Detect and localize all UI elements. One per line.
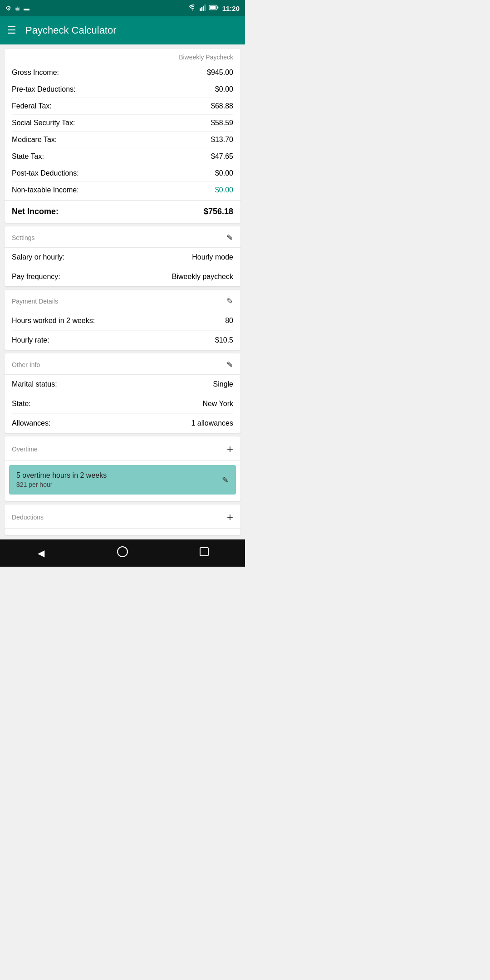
payment-details-rows: Hours worked in 2 weeks: 80 Hourly rate:… <box>5 311 240 350</box>
nontaxable-income-value: $0.00 <box>215 186 233 194</box>
hours-worked-value: 80 <box>225 317 233 325</box>
social-security-label: Social Security Tax: <box>12 119 75 127</box>
app-title: Paycheck Calculator <box>25 24 117 36</box>
state-tax-row: State Tax: $47.65 <box>12 148 233 165</box>
medicare-tax-label: Medicare Tax: <box>12 136 57 144</box>
hourly-rate-value: $10.5 <box>215 336 233 344</box>
svg-rect-2 <box>201 7 202 10</box>
recents-icon <box>199 547 209 559</box>
overtime-item-details: 5 overtime hours in 2 weeks $21 per hour <box>16 471 107 488</box>
settings-rows: Salary or hourly: Hourly mode Pay freque… <box>5 248 240 286</box>
payment-details-title: Payment Details <box>12 298 58 305</box>
svg-rect-4 <box>204 5 206 11</box>
posttax-deductions-label: Post-tax Deductions: <box>12 169 79 177</box>
circle-status-icon: ◉ <box>15 5 20 12</box>
svg-point-8 <box>118 547 127 557</box>
state-tax-value: $47.65 <box>211 152 233 161</box>
home-icon <box>117 546 128 560</box>
federal-tax-value: $68.88 <box>211 102 233 110</box>
overtime-item-edit-icon[interactable]: ✎ <box>222 475 229 485</box>
salary-hourly-row: Salary or hourly: Hourly mode <box>12 248 233 267</box>
medicare-tax-value: $13.70 <box>211 136 233 144</box>
pretax-deductions-label: Pre-tax Deductions: <box>12 85 76 93</box>
payment-details-edit-icon[interactable]: ✎ <box>226 296 233 306</box>
allowances-label: Allowances: <box>12 419 50 427</box>
pretax-deductions-row: Pre-tax Deductions: $0.00 <box>12 81 233 98</box>
overtime-add-icon[interactable]: + <box>227 443 233 456</box>
pay-frequency-label: Pay frequency: <box>12 273 60 281</box>
overtime-card: Overtime + 5 overtime hours in 2 weeks $… <box>5 436 240 501</box>
other-info-rows: Marital status: Single State: New York A… <box>5 375 240 433</box>
payment-details-header: Payment Details ✎ <box>5 290 240 311</box>
state-label: State: <box>12 400 31 408</box>
other-info-title: Other Info <box>12 361 40 368</box>
back-button[interactable]: ◀ <box>27 539 54 567</box>
wifi-icon <box>189 5 197 12</box>
svg-point-0 <box>192 10 193 10</box>
svg-rect-1 <box>200 8 201 11</box>
status-bar: ⚙ ◉ ▬ 11:20 <box>0 0 245 16</box>
settings-status-icon: ⚙ <box>5 5 11 12</box>
home-button[interactable] <box>109 539 136 567</box>
app-bar: ☰ Paycheck Calculator <box>0 16 245 44</box>
allowances-value: 1 allowances <box>191 419 234 427</box>
net-income-row: Net Income: $756.18 <box>5 200 240 223</box>
deductions-card: Deductions + <box>5 505 240 535</box>
bottom-nav: ◀ <box>0 539 245 567</box>
gross-income-label: Gross Income: <box>12 69 59 77</box>
overtime-item[interactable]: 5 overtime hours in 2 weeks $21 per hour… <box>9 465 236 495</box>
allowances-row: Allowances: 1 allowances <box>12 414 233 433</box>
sd-status-icon: ▬ <box>24 5 29 12</box>
deductions-title: Deductions <box>12 514 44 521</box>
summary-rows: Gross Income: $945.00 Pre-tax Deductions… <box>5 64 240 198</box>
hours-worked-label: Hours worked in 2 weeks: <box>12 317 95 325</box>
settings-edit-icon[interactable]: ✎ <box>226 233 233 243</box>
nontaxable-income-label: Non-taxable Income: <box>12 186 79 194</box>
status-bar-right: 11:20 <box>189 5 240 12</box>
salary-hourly-value: Hourly mode <box>192 253 233 261</box>
marital-status-row: Marital status: Single <box>12 375 233 394</box>
hourly-rate-row: Hourly rate: $10.5 <box>12 331 233 350</box>
social-security-value: $58.59 <box>211 119 233 127</box>
net-income-label: Net Income: <box>12 207 59 216</box>
gross-income-row: Gross Income: $945.00 <box>12 64 233 81</box>
overtime-sub-text: $21 per hour <box>16 481 107 488</box>
svg-rect-3 <box>203 5 204 10</box>
overtime-header: Overtime + <box>5 436 240 461</box>
status-bar-left: ⚙ ◉ ▬ <box>5 5 29 12</box>
hourly-rate-label: Hourly rate: <box>12 336 49 344</box>
deductions-add-icon[interactable]: + <box>227 511 233 524</box>
svg-rect-6 <box>210 6 216 9</box>
period-label: Biweekly Paycheck <box>5 49 240 64</box>
hamburger-menu-icon[interactable]: ☰ <box>7 24 16 36</box>
federal-tax-row: Federal Tax: $68.88 <box>12 98 233 115</box>
overtime-main-text: 5 overtime hours in 2 weeks <box>16 471 107 480</box>
posttax-deductions-value: $0.00 <box>215 169 233 177</box>
time-display: 11:20 <box>222 5 240 12</box>
signal-icon <box>200 5 206 12</box>
salary-hourly-label: Salary or hourly: <box>12 253 65 261</box>
posttax-deductions-row: Post-tax Deductions: $0.00 <box>12 165 233 182</box>
summary-card: Biweekly Paycheck Gross Income: $945.00 … <box>5 49 240 223</box>
federal-tax-label: Federal Tax: <box>12 102 52 110</box>
state-row: State: New York <box>12 394 233 414</box>
pretax-deductions-value: $0.00 <box>215 85 233 93</box>
payment-details-card: Payment Details ✎ Hours worked in 2 week… <box>5 290 240 350</box>
medicare-tax-row: Medicare Tax: $13.70 <box>12 132 233 148</box>
svg-rect-9 <box>200 548 208 556</box>
overtime-title: Overtime <box>12 446 38 453</box>
other-info-edit-icon[interactable]: ✎ <box>226 360 233 370</box>
recents-button[interactable] <box>191 539 218 567</box>
back-icon: ◀ <box>38 548 44 559</box>
marital-status-label: Marital status: <box>12 380 57 388</box>
settings-title: Settings <box>12 234 35 241</box>
main-content: Biweekly Paycheck Gross Income: $945.00 … <box>0 49 245 535</box>
svg-rect-7 <box>217 6 218 8</box>
deductions-header: Deductions + <box>5 505 240 529</box>
social-security-row: Social Security Tax: $58.59 <box>12 115 233 132</box>
other-info-header: Other Info ✎ <box>5 353 240 375</box>
state-value: New York <box>202 400 233 408</box>
pay-frequency-value: Biweekly paycheck <box>172 273 233 281</box>
marital-status-value: Single <box>213 380 233 388</box>
other-info-card: Other Info ✎ Marital status: Single Stat… <box>5 353 240 433</box>
